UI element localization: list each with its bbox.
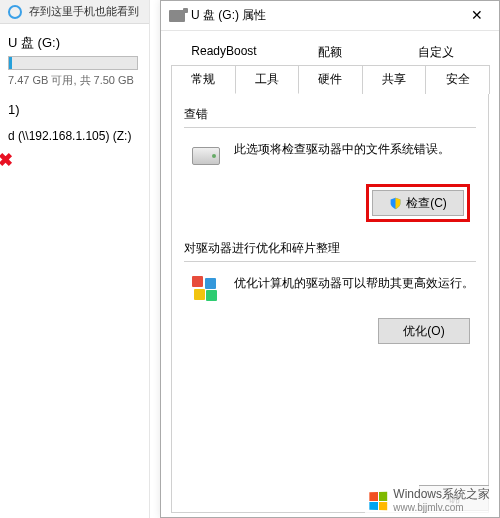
dialog-titlebar[interactable]: U 盘 (G:) 属性 ✕ — [161, 1, 499, 31]
drive-item-g[interactable]: U 盘 (G:) 7.47 GB 可用, 共 7.50 GB — [0, 24, 149, 92]
group-error-check-body: 此选项将检查驱动器中的文件系统错误。 — [184, 140, 476, 172]
close-icon: ✕ — [471, 7, 483, 23]
drive-icon — [169, 10, 185, 22]
group-optimize: 对驱动器进行优化和碎片整理 优化计算机的驱动器可以帮助其更高效运行。 优化(O) — [184, 240, 476, 344]
group-optimize-desc: 优化计算机的驱动器可以帮助其更高效运行。 — [234, 274, 476, 292]
drive-capacity-fill — [9, 57, 12, 69]
drive-label: U 盘 (G:) — [8, 34, 141, 52]
tab-row-1: ReadyBoost 配额 自定义 — [171, 39, 489, 65]
drive-free-text: 7.47 GB 可用, 共 7.50 GB — [8, 73, 141, 88]
watermark-text: Windows系统之家 www.bjjmlv.com — [393, 488, 490, 514]
left-header-text: 存到这里手机也能看到 — [29, 5, 139, 17]
tab-hardware[interactable]: 硬件 — [298, 65, 363, 94]
properties-dialog: U 盘 (G:) 属性 ✕ ReadyBoost 配额 自定义 常规 工具 硬件… — [160, 0, 500, 518]
tab-security[interactable]: 安全 — [425, 65, 490, 94]
watermark: Windows系统之家 www.bjjmlv.com — [365, 486, 494, 516]
watermark-site: www.bjjmlv.com — [393, 502, 463, 513]
section-count-label: 1) — [0, 92, 149, 121]
tab-tools[interactable]: 工具 — [235, 65, 300, 94]
sync-icon — [8, 5, 22, 19]
group-error-check-title: 查错 — [184, 106, 476, 123]
optimize-button[interactable]: 优化(O) — [378, 318, 470, 344]
group-error-check-desc: 此选项将检查驱动器中的文件系统错误。 — [234, 140, 476, 158]
uac-shield-icon — [389, 197, 402, 210]
tab-general[interactable]: 常规 — [171, 65, 236, 94]
close-button[interactable]: ✕ — [454, 1, 499, 31]
divider — [184, 261, 476, 262]
tab-row-2: 常规 工具 硬件 共享 安全 — [171, 65, 489, 94]
left-header: 存到这里手机也能看到 — [0, 0, 149, 24]
tabs-container: ReadyBoost 配额 自定义 常规 工具 硬件 共享 安全 — [161, 31, 499, 94]
drive-capacity-bar — [8, 56, 138, 70]
watermark-suffix: 系统之家 — [442, 487, 490, 501]
tab-quota[interactable]: 配额 — [277, 39, 383, 65]
defrag-icon — [190, 274, 222, 306]
tab-customize[interactable]: 自定义 — [383, 39, 489, 65]
disconnected-icon: ✖ — [0, 149, 13, 171]
explorer-left-pane: 存到这里手机也能看到 U 盘 (G:) 7.47 GB 可用, 共 7.50 G… — [0, 0, 150, 518]
network-drive-item[interactable]: d (\\192.168.1.105) (Z:) ✖ — [0, 121, 149, 151]
tab-readyboost[interactable]: ReadyBoost — [171, 39, 277, 65]
group-optimize-body: 优化计算机的驱动器可以帮助其更高效运行。 — [184, 274, 476, 306]
network-drive-label: d (\\192.168.1.105) (Z:) — [8, 129, 131, 143]
divider — [184, 127, 476, 128]
tab-sharing[interactable]: 共享 — [362, 65, 427, 94]
windows-logo-icon — [370, 492, 388, 511]
check-button[interactable]: 检查(C) — [372, 190, 464, 216]
dialog-title: U 盘 (G:) 属性 — [191, 7, 491, 24]
optimize-button-row: 优化(O) — [184, 318, 476, 344]
optimize-button-label: 优化(O) — [403, 323, 444, 340]
tab-content-tools: 查错 此选项将检查驱动器中的文件系统错误。 检查(C) — [171, 93, 489, 513]
group-error-check: 查错 此选项将检查驱动器中的文件系统错误。 检查(C) — [184, 106, 476, 222]
check-button-label: 检查(C) — [406, 195, 447, 212]
group-optimize-title: 对驱动器进行优化和碎片整理 — [184, 240, 476, 257]
highlight-annotation: 检查(C) — [366, 184, 470, 222]
error-check-button-row: 检查(C) — [184, 184, 476, 222]
watermark-brand: Windows — [393, 487, 442, 501]
drive-check-icon — [190, 140, 222, 172]
